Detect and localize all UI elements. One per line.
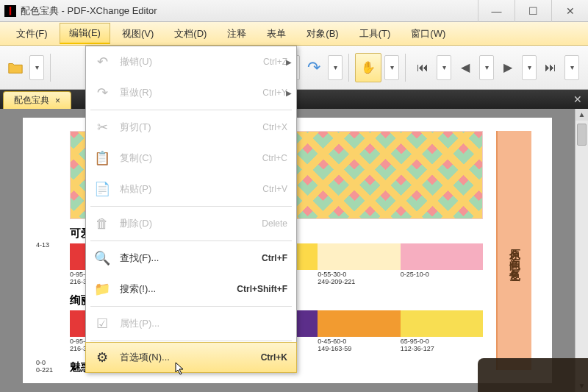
open-button[interactable]: [4, 55, 26, 80]
window-title: 配色宝典 - PDF-XChange Editor: [21, 4, 157, 18]
side-index: 原色 间色 复色: [496, 131, 531, 370]
edit-menu-dropdown: ↶撤销(U)Ctrl+Z▶↷重做(R)Ctrl+Y▶✂剪切(T)Ctrl+X📋复…: [85, 46, 297, 373]
swatch: [401, 243, 483, 270]
menu-window[interactable]: 窗口(W): [402, 24, 454, 43]
menu-item-shortcut: Ctrl+K: [261, 352, 287, 363]
nav-next-button[interactable]: ▶: [497, 55, 519, 80]
swatch: [318, 310, 400, 337]
scroll-thumb[interactable]: [577, 124, 587, 146]
menu-item-label: 删除(D): [114, 217, 262, 230]
color-code: 65-95-0-0 112-36-127: [401, 338, 483, 353]
menu-separator: [90, 240, 292, 241]
minimize-button[interactable]: —: [478, 0, 514, 22]
menu-item-icon: 🔍: [90, 250, 114, 266]
left-code: 0-0 0-221: [36, 359, 57, 374]
menu-item-shortcut: Ctrl+Y: [262, 88, 287, 98]
menu-item-shortcut: Ctrl+V: [262, 184, 287, 194]
nav-dropdown[interactable]: ▾: [564, 55, 579, 80]
menu-item: 📋复制(C)Ctrl+C: [86, 143, 296, 174]
menu-item-shortcut: Ctrl+Shift+F: [237, 284, 287, 294]
menu-item-shortcut: Ctrl+Z: [263, 57, 287, 67]
tabstrip-close-icon[interactable]: ✕: [573, 93, 582, 105]
menu-item-icon: ✂: [90, 119, 114, 135]
menu-bar: 文件(F) 编辑(E) 视图(V) 文档(D) 注释 表单 对象(B) 工具(T…: [0, 22, 588, 46]
menu-separator: [90, 110, 292, 110]
menu-item-label: 剪切(T): [114, 121, 262, 134]
menu-item: ↷重做(R)Ctrl+Y▶: [86, 77, 296, 108]
hand-icon: ✋: [361, 60, 376, 74]
menu-item: ↶撤销(U)Ctrl+Z▶: [86, 46, 296, 77]
separator: [405, 54, 406, 82]
menu-item: 📄粘贴(P)Ctrl+V: [86, 174, 296, 204]
menu-item-icon: 📋: [90, 150, 114, 166]
open-dropdown[interactable]: ▾: [29, 55, 44, 80]
watermark: [478, 358, 588, 392]
menu-separator: [90, 341, 292, 341]
hand-dropdown[interactable]: ▾: [384, 55, 399, 80]
menu-item[interactable]: 🔍查找(F)...Ctrl+F: [86, 243, 296, 274]
maximize-button[interactable]: ☐: [514, 0, 551, 22]
swatch: [401, 310, 483, 337]
close-button[interactable]: ✕: [551, 0, 588, 22]
menu-item[interactable]: ⚙首选项(N)...Ctrl+K: [85, 342, 297, 373]
app-icon: [4, 5, 16, 17]
nav-prev-button[interactable]: ◀: [454, 55, 476, 80]
menu-item-shortcut: Delete: [262, 218, 287, 229]
document-tab[interactable]: 配色宝典 ×: [3, 91, 71, 109]
nav-first-button[interactable]: ⏮: [412, 55, 434, 80]
menu-item: 🗑删除(D)Delete: [86, 208, 296, 239]
menu-form[interactable]: 表单: [258, 24, 295, 43]
menu-separator: [90, 306, 292, 307]
menu-separator: [90, 206, 292, 207]
folder-icon: [7, 60, 24, 76]
color-code: 0-55-30-0 249-209-221: [318, 271, 400, 286]
scroll-up-icon[interactable]: ▲: [576, 109, 588, 121]
menu-document[interactable]: 文档(D): [165, 24, 215, 43]
menu-item[interactable]: 📁搜索(!)...Ctrl+Shift+F: [86, 274, 296, 304]
nav-dropdown[interactable]: ▾: [522, 55, 537, 80]
menu-edit[interactable]: 编辑(E): [60, 23, 110, 44]
menu-item-icon: ↶: [90, 54, 114, 70]
menu-item-icon: ⚙: [90, 349, 114, 366]
tab-close-icon[interactable]: ×: [55, 96, 60, 106]
separator: [50, 54, 51, 82]
vertical-scrollbar[interactable]: ▲ ▼: [575, 109, 588, 392]
color-code: 0-25-10-0: [401, 271, 483, 286]
nav-dropdown[interactable]: ▾: [479, 55, 494, 80]
nav-last-button[interactable]: ⏭: [539, 55, 562, 80]
color-code: 0-45-60-0 149-163-59: [318, 338, 400, 353]
redo-button[interactable]: ↷: [303, 55, 325, 80]
hand-tool-button[interactable]: ✋: [355, 53, 381, 82]
menu-item: ✂剪切(T)Ctrl+X: [86, 112, 296, 143]
menu-item-icon: ☑: [90, 316, 114, 332]
menu-item: ☑属性(P)...: [86, 308, 296, 339]
menu-item-icon: ↷: [90, 85, 114, 101]
menu-item-icon: 📄: [90, 181, 114, 197]
menu-item-label: 复制(C): [114, 152, 262, 165]
menu-tools[interactable]: 工具(T): [351, 24, 400, 43]
menu-item-icon: 🗑: [90, 216, 114, 232]
submenu-arrow-icon: ▶: [286, 58, 292, 66]
window-controls: — ☐ ✕: [478, 0, 588, 22]
nav-dropdown[interactable]: ▾: [437, 55, 451, 80]
menu-item-label: 重做(R): [114, 86, 262, 99]
menu-item-label: 粘贴(P): [114, 182, 262, 196]
menu-item-shortcut: Ctrl+X: [262, 122, 287, 132]
menu-comment[interactable]: 注释: [218, 24, 255, 43]
mouse-cursor: [175, 362, 188, 379]
left-code: 4-13: [36, 241, 57, 249]
menu-view[interactable]: 视图(V): [113, 24, 162, 43]
submenu-arrow-icon: ▶: [286, 89, 292, 97]
menu-item-label: 查找(F)...: [114, 252, 262, 265]
menu-file[interactable]: 文件(F): [7, 24, 57, 43]
menu-item-label: 撤销(U): [114, 55, 263, 68]
menu-item-label: 属性(P)...: [114, 317, 287, 330]
menu-item-icon: 📁: [90, 281, 114, 297]
swatch: [318, 243, 400, 270]
left-numbers: 4-13 0-0 0-221: [36, 131, 57, 370]
separator: [348, 54, 349, 82]
menu-item-shortcut: Ctrl+C: [262, 153, 287, 163]
title-bar: 配色宝典 - PDF-XChange Editor — ☐ ✕: [0, 0, 588, 22]
redo-dropdown[interactable]: ▾: [328, 55, 343, 80]
menu-object[interactable]: 对象(B): [298, 24, 347, 43]
